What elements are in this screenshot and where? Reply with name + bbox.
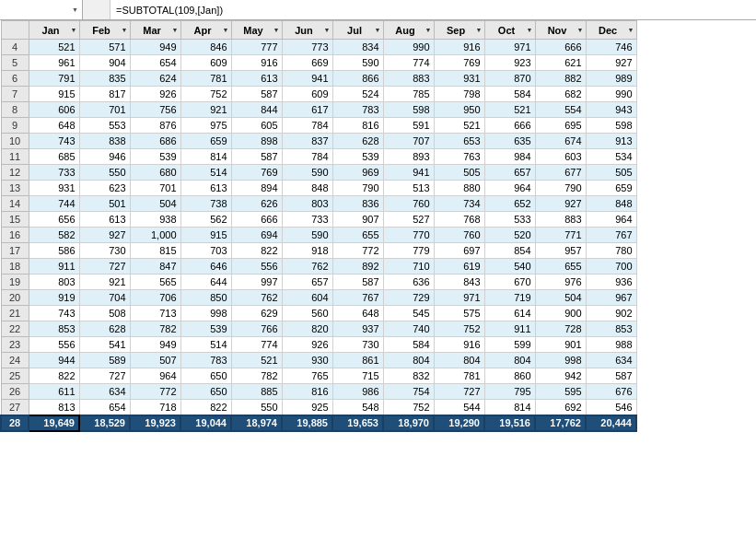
cell-r24-cdec[interactable]: 634: [586, 353, 636, 368]
cell-r11-cnov[interactable]: 603: [535, 149, 586, 165]
cell-r17-coct[interactable]: 854: [484, 243, 535, 259]
cell-r21-cdec[interactable]: 902: [586, 306, 636, 321]
col-header-nov[interactable]: Nov▼: [535, 21, 586, 40]
cell-r7-caug[interactable]: 785: [383, 87, 434, 102]
cell-r11-cjul[interactable]: 539: [332, 149, 383, 165]
cell-r6-cjan[interactable]: 791: [29, 71, 79, 87]
cell-r21-capr[interactable]: 998: [180, 306, 231, 321]
cell-r4-cmay[interactable]: 777: [231, 40, 282, 55]
cell-r10-cmar[interactable]: 686: [130, 134, 180, 149]
cell-r8-cmar[interactable]: 756: [130, 102, 180, 118]
cell-r20-cmay[interactable]: 762: [231, 290, 282, 306]
cell-r5-cnov[interactable]: 621: [535, 55, 586, 71]
cell-r10-capr[interactable]: 659: [180, 134, 231, 149]
cell-r5-csep[interactable]: 769: [434, 55, 484, 71]
row-header-18[interactable]: 18: [1, 259, 29, 274]
col-dropdown-icon-feb[interactable]: ▼: [122, 27, 128, 33]
cell-r4-caug[interactable]: 990: [383, 40, 434, 55]
cell-r21-cnov[interactable]: 900: [535, 306, 586, 321]
cell-r14-cnov[interactable]: 927: [535, 196, 586, 212]
cell-r27-caug[interactable]: 752: [383, 400, 434, 415]
cell-r25-cdec[interactable]: 587: [586, 368, 636, 384]
cell-r9-cjan[interactable]: 648: [29, 118, 79, 134]
cell-r7-cdec[interactable]: 990: [586, 87, 636, 102]
cell-r23-cnov[interactable]: 901: [535, 337, 586, 353]
cell-r11-cdec[interactable]: 534: [586, 149, 636, 165]
cell-r18-cmay[interactable]: 556: [231, 259, 282, 274]
cell-r11-cjun[interactable]: 784: [282, 149, 332, 165]
cell-r14-csep[interactable]: 734: [434, 196, 484, 212]
cell-r27-cfeb[interactable]: 654: [79, 400, 130, 415]
row-header-17[interactable]: 17: [1, 243, 29, 259]
cell-r10-cmay[interactable]: 898: [231, 134, 282, 149]
cell-r27-csep[interactable]: 544: [434, 400, 484, 415]
cell-r19-cmar[interactable]: 565: [130, 274, 180, 290]
cell-r5-caug[interactable]: 774: [383, 55, 434, 71]
cell-r18-capr[interactable]: 646: [180, 259, 231, 274]
cell-r17-caug[interactable]: 779: [383, 243, 434, 259]
cell-r11-cmar[interactable]: 539: [130, 149, 180, 165]
cell-r5-cjan[interactable]: 961: [29, 55, 79, 71]
cell-r22-cmay[interactable]: 766: [231, 321, 282, 337]
cell-r9-csep[interactable]: 521: [434, 118, 484, 134]
cell-r12-cmay[interactable]: 769: [231, 165, 282, 181]
cell-r27-coct[interactable]: 814: [484, 400, 535, 415]
row-header-24[interactable]: 24: [1, 353, 29, 368]
cell-r19-cfeb[interactable]: 921: [79, 274, 130, 290]
cell-r20-cfeb[interactable]: 704: [79, 290, 130, 306]
cell-r15-cjun[interactable]: 733: [282, 212, 332, 228]
cell-r14-caug[interactable]: 760: [383, 196, 434, 212]
cell-r25-cmar[interactable]: 964: [130, 368, 180, 384]
cell-r10-cjun[interactable]: 837: [282, 134, 332, 149]
cell-r7-cjun[interactable]: 609: [282, 87, 332, 102]
cell-r28-cdec[interactable]: 20,444: [586, 415, 636, 431]
cell-r14-coct[interactable]: 652: [484, 196, 535, 212]
cell-r27-cjan[interactable]: 813: [29, 400, 79, 415]
cell-r26-cnov[interactable]: 595: [535, 384, 586, 400]
cell-r28-coct[interactable]: 19,516: [484, 415, 535, 431]
cell-r6-cdec[interactable]: 989: [586, 71, 636, 87]
cell-r14-cmar[interactable]: 504: [130, 196, 180, 212]
cell-r24-caug[interactable]: 804: [383, 353, 434, 368]
cell-r11-capr[interactable]: 814: [180, 149, 231, 165]
cell-r4-capr[interactable]: 846: [180, 40, 231, 55]
cell-r20-csep[interactable]: 971: [434, 290, 484, 306]
cell-r15-capr[interactable]: 562: [180, 212, 231, 228]
cell-r17-cfeb[interactable]: 730: [79, 243, 130, 259]
cell-r17-cjan[interactable]: 586: [29, 243, 79, 259]
cell-r12-cmar[interactable]: 680: [130, 165, 180, 181]
cell-r20-caug[interactable]: 729: [383, 290, 434, 306]
cell-r5-cjun[interactable]: 669: [282, 55, 332, 71]
cell-r27-cmar[interactable]: 718: [130, 400, 180, 415]
cell-r18-caug[interactable]: 710: [383, 259, 434, 274]
cell-r17-cjun[interactable]: 918: [282, 243, 332, 259]
cell-r28-cmay[interactable]: 18,974: [231, 415, 282, 431]
cell-r20-coct[interactable]: 719: [484, 290, 535, 306]
col-header-feb[interactable]: Feb▼: [79, 21, 130, 40]
col-header-jan[interactable]: Jan▼: [29, 21, 79, 40]
cell-r16-cfeb[interactable]: 927: [79, 228, 130, 243]
cell-r17-cmay[interactable]: 822: [231, 243, 282, 259]
cell-r23-capr[interactable]: 514: [180, 337, 231, 353]
cell-r13-coct[interactable]: 964: [484, 181, 535, 196]
cell-r7-cmar[interactable]: 926: [130, 87, 180, 102]
cell-r27-capr[interactable]: 822: [180, 400, 231, 415]
cell-r10-caug[interactable]: 707: [383, 134, 434, 149]
cell-r9-cnov[interactable]: 695: [535, 118, 586, 134]
cell-r21-cmar[interactable]: 713: [130, 306, 180, 321]
cell-r25-coct[interactable]: 860: [484, 368, 535, 384]
cell-r16-caug[interactable]: 770: [383, 228, 434, 243]
cell-r9-capr[interactable]: 975: [180, 118, 231, 134]
cell-r27-cjul[interactable]: 548: [332, 400, 383, 415]
cell-r15-cjul[interactable]: 907: [332, 212, 383, 228]
cell-r27-cmay[interactable]: 550: [231, 400, 282, 415]
cell-r23-caug[interactable]: 584: [383, 337, 434, 353]
col-dropdown-icon-jan[interactable]: ▼: [71, 27, 77, 33]
row-header-27[interactable]: 27: [1, 400, 29, 415]
cell-r28-caug[interactable]: 18,970: [383, 415, 434, 431]
cell-r14-cfeb[interactable]: 501: [79, 196, 130, 212]
cell-r23-cjun[interactable]: 926: [282, 337, 332, 353]
cell-r24-cjul[interactable]: 861: [332, 353, 383, 368]
cell-r16-coct[interactable]: 520: [484, 228, 535, 243]
cell-r9-cjul[interactable]: 816: [332, 118, 383, 134]
